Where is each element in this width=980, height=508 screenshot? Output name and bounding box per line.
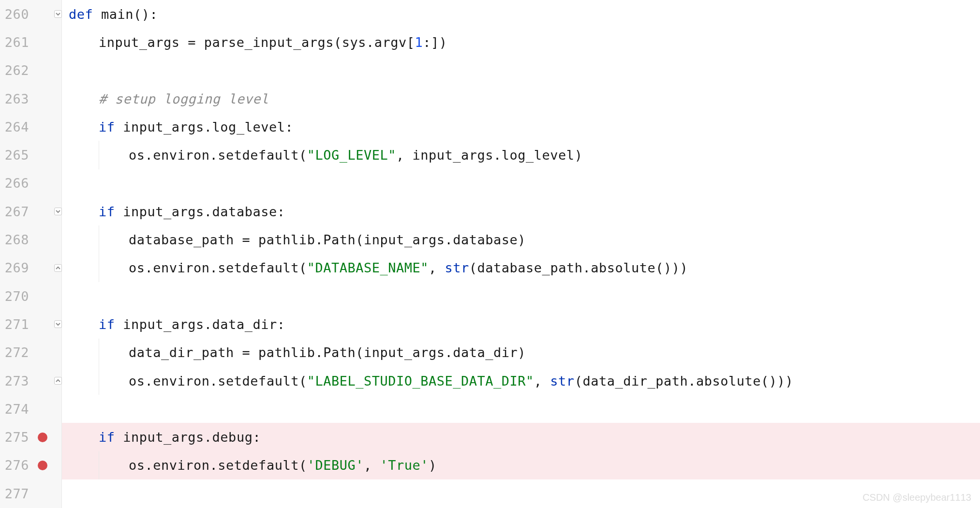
token-punc: (: [334, 35, 342, 50]
token-ident: data_dir: [212, 317, 277, 332]
token-ident: os: [129, 260, 145, 275]
token-punc: .: [493, 148, 502, 163]
code-area[interactable]: def main():input_args = parse_input_args…: [62, 0, 980, 508]
token-ident: sys: [342, 35, 366, 50]
token-punc: .: [445, 345, 453, 360]
gutter-row[interactable]: 272: [0, 339, 61, 367]
token-punc: ,: [364, 458, 380, 473]
token-ident: pathlib: [258, 345, 315, 360]
gutter-row[interactable]: 270: [0, 282, 61, 310]
gutter-row[interactable]: 274: [0, 395, 61, 423]
token-punc: [: [407, 35, 415, 50]
token-punc: .: [688, 374, 696, 388]
token-ident: database: [453, 232, 518, 247]
line-number: 276: [0, 458, 34, 473]
token-punc: (: [469, 260, 477, 275]
gutter-row[interactable]: 264: [0, 113, 61, 141]
token-ident: database_path: [477, 260, 583, 275]
token-punc: :: [252, 430, 261, 445]
gutter-row[interactable]: 267: [0, 197, 61, 225]
gutter-row[interactable]: 269: [0, 254, 61, 282]
token-punc: ,: [396, 148, 413, 163]
fold-collapse-icon[interactable]: [54, 208, 62, 215]
code-line[interactable]: database_path = pathlib.Path(input_args.…: [62, 225, 980, 254]
token-punc: :: [277, 204, 285, 219]
token-ident: database: [212, 204, 277, 219]
gutter-row[interactable]: 277: [0, 479, 61, 508]
token-builtin: str: [550, 374, 574, 388]
token-punc: .: [204, 317, 212, 332]
token-ident: input_args: [123, 430, 204, 445]
token-punc: =: [242, 345, 259, 360]
line-number: 264: [0, 120, 34, 134]
token-punc: .: [445, 232, 453, 247]
line-number: 277: [0, 486, 34, 501]
breakpoint-icon[interactable]: [38, 433, 47, 442]
line-number: 275: [0, 430, 34, 445]
gutter-row[interactable]: 271: [0, 310, 61, 338]
gutter-row[interactable]: 273: [0, 367, 61, 395]
token-punc: [115, 430, 123, 445]
token-punc: .: [366, 35, 374, 50]
token-punc: .: [145, 374, 153, 388]
token-punc: ,: [429, 260, 445, 275]
token-ident: Path: [323, 345, 356, 360]
gutter-row[interactable]: 263: [0, 85, 61, 113]
token-ident: setdefault: [218, 458, 299, 473]
code-line[interactable]: [62, 282, 980, 310]
code-line[interactable]: [62, 57, 980, 85]
gutter[interactable]: 2602612622632642652662672682692702712722…: [0, 0, 62, 508]
code-line[interactable]: data_dir_path = pathlib.Path(input_args.…: [62, 339, 980, 367]
gutter-row[interactable]: 262: [0, 57, 61, 85]
gutter-row[interactable]: 261: [0, 28, 61, 56]
token-str: "DATABASE_NAME": [307, 260, 429, 275]
token-ident: input_args: [123, 120, 204, 134]
fold-collapse-icon[interactable]: [54, 320, 62, 328]
gutter-row[interactable]: 275: [0, 423, 61, 451]
code-line[interactable]: [62, 169, 980, 197]
gutter-row[interactable]: 260: [0, 0, 61, 28]
token-punc: ): [518, 232, 526, 247]
token-kw: if: [99, 317, 115, 332]
line-number: 260: [0, 7, 34, 22]
token-punc: .: [204, 430, 212, 445]
token-punc: (: [299, 374, 307, 388]
token-ident: input_args: [413, 148, 494, 163]
fold-end-icon[interactable]: [54, 377, 62, 385]
token-punc: =: [188, 35, 204, 50]
code-line[interactable]: if input_args.data_dir:: [62, 310, 980, 338]
fold-end-icon[interactable]: [54, 264, 62, 272]
breakpoint-icon[interactable]: [38, 461, 47, 470]
token-punc: .: [582, 260, 591, 275]
token-num: 1: [415, 35, 423, 50]
gutter-row[interactable]: 265: [0, 141, 61, 169]
code-line[interactable]: if input_args.log_level:: [62, 113, 980, 141]
code-line[interactable]: input_args = parse_input_args(sys.argv[1…: [62, 28, 980, 56]
code-line[interactable]: def main():: [62, 0, 980, 28]
code-line[interactable]: os.environ.setdefault("DATABASE_NAME", s…: [62, 254, 980, 282]
token-punc: :]): [423, 35, 447, 50]
code-line[interactable]: os.environ.setdefault("LOG_LEVEL", input…: [62, 141, 980, 169]
indent-guide: [99, 141, 99, 169]
code-line[interactable]: [62, 479, 980, 508]
gutter-row[interactable]: 276: [0, 451, 61, 479]
token-punc: .: [210, 374, 218, 388]
gutter-row[interactable]: 268: [0, 225, 61, 254]
gutter-row[interactable]: 266: [0, 169, 61, 197]
code-line[interactable]: if input_args.debug:: [62, 423, 980, 451]
code-line[interactable]: # setup logging level: [62, 85, 980, 113]
code-line[interactable]: [62, 395, 980, 423]
code-editor: 2602612622632642652662672682692702712722…: [0, 0, 980, 508]
token-ident: debug: [212, 430, 253, 445]
token-kw: if: [99, 430, 115, 445]
line-number: 263: [0, 91, 34, 106]
token-ident: setdefault: [218, 260, 299, 275]
fold-collapse-icon[interactable]: [54, 10, 62, 18]
code-line[interactable]: os.environ.setdefault('DEBUG', 'True'): [62, 451, 980, 479]
token-punc: .: [145, 260, 153, 275]
token-ident: parse_input_args: [204, 35, 334, 50]
code-line[interactable]: if input_args.database:: [62, 197, 980, 225]
token-punc: :: [277, 317, 285, 332]
code-line[interactable]: os.environ.setdefault("LABEL_STUDIO_BASE…: [62, 367, 980, 395]
token-punc: (: [356, 232, 364, 247]
